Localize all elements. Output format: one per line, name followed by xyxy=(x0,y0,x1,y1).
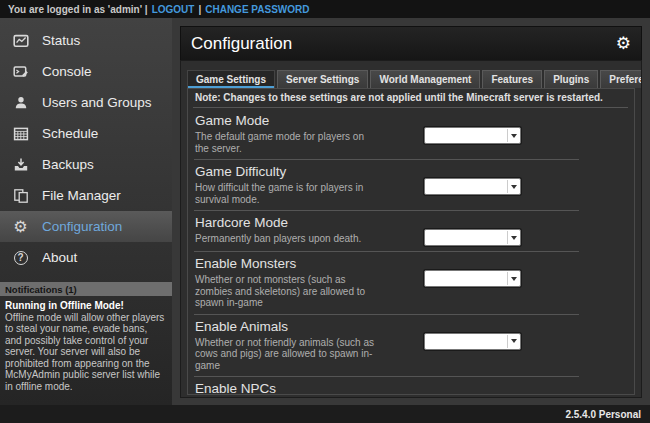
dropdown-arrow-icon xyxy=(507,335,519,348)
setting-description: Whether or not monsters (such as zombies… xyxy=(195,274,376,309)
sidebar: StatusConsoleUsers and GroupsScheduleBac… xyxy=(0,18,172,405)
sidebar-item-status[interactable]: Status xyxy=(0,25,172,56)
notifications-body: Running in Offline Mode! Offline mode wi… xyxy=(0,296,172,392)
sidebar-menu: StatusConsoleUsers and GroupsScheduleBac… xyxy=(0,18,172,273)
panel-header: Configuration ⚙ xyxy=(180,26,642,60)
setting-row-hardcore-mode: Hardcore ModePermanently ban players upo… xyxy=(193,210,634,251)
setting-info: Game DifficultyHow difficult the game is… xyxy=(195,163,376,205)
schedule-icon xyxy=(12,125,29,142)
tab-plugins[interactable]: Plugins xyxy=(544,70,598,88)
setting-name: Enable NPCs xyxy=(195,380,376,395)
setting-name: Game Mode xyxy=(195,112,376,129)
version-label: 2.5.4.0 Personal xyxy=(565,409,641,420)
setting-row-game-mode: Game ModeThe default game mode for playe… xyxy=(193,108,634,159)
question-icon: ? xyxy=(12,249,29,266)
setting-info: Hardcore ModePermanently ban players upo… xyxy=(195,214,376,246)
gear-icon: ⚙ xyxy=(12,218,29,235)
notifications-header: Notifications (1) xyxy=(0,282,172,296)
setting-name: Enable Monsters xyxy=(195,255,376,272)
setting-control xyxy=(376,163,521,205)
enable-animals-select[interactable] xyxy=(424,333,521,350)
setting-row-game-difficulty: Game DifficultyHow difficult the game is… xyxy=(193,159,634,210)
tab-features[interactable]: Features xyxy=(482,70,542,88)
sidebar-item-users-and-groups[interactable]: Users and Groups xyxy=(0,87,172,118)
setting-name: Hardcore Mode xyxy=(195,214,376,231)
setting-name: Enable Animals xyxy=(195,318,376,335)
dropdown-arrow-icon xyxy=(507,180,519,193)
sidebar-item-configuration[interactable]: ⚙Configuration xyxy=(0,211,172,242)
file-manager-icon xyxy=(12,187,29,204)
game-mode-select[interactable] xyxy=(424,127,521,144)
console-icon xyxy=(12,63,29,80)
sidebar-item-console[interactable]: Console xyxy=(0,56,172,87)
setting-row-enable-monsters: Enable MonstersWhether or not monsters (… xyxy=(193,251,634,314)
setting-info: Enable NPCsWhether or not friendly mobs … xyxy=(195,380,376,395)
setting-info: Game ModeThe default game mode for playe… xyxy=(195,112,376,154)
setting-control xyxy=(376,214,521,246)
setting-control xyxy=(376,380,521,395)
notification-text: Offline mode will allow other players to… xyxy=(5,312,166,393)
dropdown-arrow-icon xyxy=(507,129,519,142)
setting-description: The default game mode for players on the… xyxy=(195,131,376,154)
sidebar-item-label: Console xyxy=(42,64,92,79)
setting-control xyxy=(376,112,521,154)
change-password-link[interactable]: CHANGE PASSWORD xyxy=(205,4,309,15)
game-difficulty-select[interactable] xyxy=(424,178,521,195)
notification-title: Running in Offline Mode! xyxy=(5,300,166,312)
panel-body: Game SettingsServer SettingsWorld Manage… xyxy=(180,60,642,398)
tab-row: Game SettingsServer SettingsWorld Manage… xyxy=(187,70,635,88)
setting-control xyxy=(376,318,521,372)
setting-control xyxy=(376,255,521,309)
topbar: You are logged in as 'admin' | LOGOUT | … xyxy=(0,0,650,18)
sidebar-item-label: Schedule xyxy=(42,126,98,141)
sidebar-item-label: File Manager xyxy=(42,188,121,203)
logged-in-text: You are logged in as 'admin' | xyxy=(8,4,148,15)
main-area: Configuration ⚙ Game SettingsServer Sett… xyxy=(172,18,650,405)
tab-world-management[interactable]: World Management xyxy=(370,70,480,88)
sidebar-item-label: Status xyxy=(42,33,80,48)
backups-icon xyxy=(12,156,29,173)
sidebar-item-schedule[interactable]: Schedule xyxy=(0,118,172,149)
setting-description: Whether or not friendly animals (such as… xyxy=(195,337,376,372)
tab-game-settings[interactable]: Game Settings xyxy=(187,70,275,88)
sidebar-item-about[interactable]: ?About xyxy=(0,242,172,273)
restart-note: Note: Changes to these settings are not … xyxy=(193,89,628,108)
dropdown-arrow-icon xyxy=(507,231,519,244)
setting-description: How difficult the game is for players in… xyxy=(195,182,376,205)
setting-row-enable-npcs: Enable NPCsWhether or not friendly mobs … xyxy=(193,376,634,395)
dropdown-arrow-icon xyxy=(507,272,519,285)
status-chart-icon xyxy=(12,32,29,49)
hardcore-mode-select[interactable] xyxy=(424,229,521,246)
setting-info: Enable AnimalsWhether or not friendly an… xyxy=(195,318,376,372)
tab-server-settings[interactable]: Server Settings xyxy=(277,70,368,88)
settings-list: Game ModeThe default game mode for playe… xyxy=(193,108,634,395)
settings-content-box: Note: Changes to these settings are not … xyxy=(187,88,635,395)
setting-name: Game Difficulty xyxy=(195,163,376,180)
sidebar-item-label: Backups xyxy=(42,157,94,172)
sidebar-item-label: About xyxy=(42,250,77,265)
sidebar-item-file-manager[interactable]: File Manager xyxy=(0,180,172,211)
users-icon xyxy=(12,94,29,111)
enable-monsters-select[interactable] xyxy=(424,270,521,287)
logout-link[interactable]: LOGOUT xyxy=(152,4,195,15)
page-title: Configuration xyxy=(191,34,292,54)
sidebar-item-backups[interactable]: Backups xyxy=(0,149,172,180)
topbar-separator: | xyxy=(198,4,201,15)
setting-info: Enable MonstersWhether or not monsters (… xyxy=(195,255,376,309)
sidebar-item-label: Users and Groups xyxy=(42,95,152,110)
setting-row-enable-animals: Enable AnimalsWhether or not friendly an… xyxy=(193,314,634,377)
setting-description: Permanently ban players upon death. xyxy=(195,233,376,245)
gear-icon[interactable]: ⚙ xyxy=(616,35,631,52)
sidebar-item-label: Configuration xyxy=(42,219,122,234)
tab-preferences[interactable]: Preferences xyxy=(600,70,642,88)
footer-bar: 2.5.4.0 Personal xyxy=(0,405,650,423)
